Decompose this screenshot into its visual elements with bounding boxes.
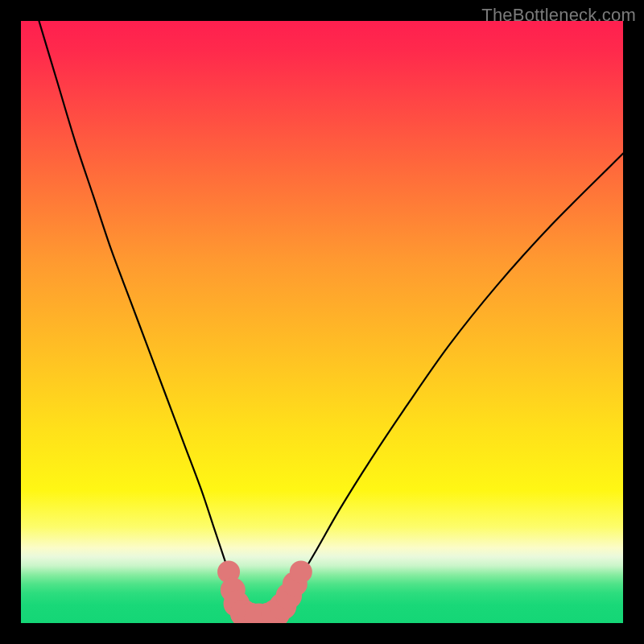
trough-marker	[290, 560, 312, 583]
watermark-text: TheBottleneck.com	[481, 5, 636, 26]
bottleneck-curve	[39, 21, 623, 617]
curve-layer	[21, 21, 623, 623]
plot-area	[21, 21, 623, 623]
trough-marker-group	[217, 560, 312, 623]
